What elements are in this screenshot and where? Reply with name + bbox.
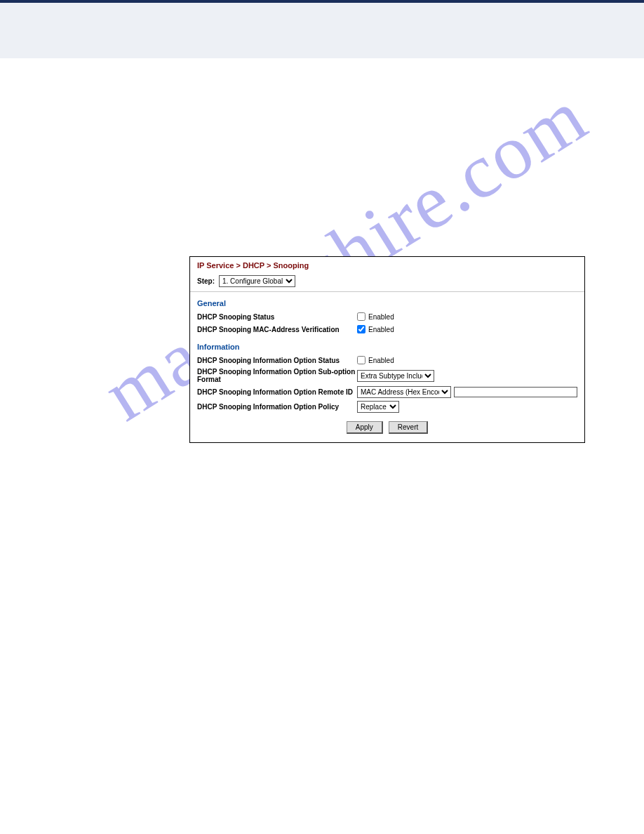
row-snooping-status: DHCP Snooping Status Enabled — [190, 310, 584, 323]
label-snooping-status: DHCP Snooping Status — [197, 313, 357, 321]
dhcp-snooping-panel: IP Service > DHCP > Snooping Step: 1. Co… — [189, 256, 585, 443]
label-remote-id: DHCP Snooping Information Option Remote … — [197, 388, 357, 396]
checkbox-mac-verify[interactable] — [357, 325, 365, 333]
row-info-status: DHCP Snooping Information Option Status … — [190, 354, 584, 366]
checkbox-info-status[interactable] — [357, 356, 365, 364]
label-policy: DHCP Snooping Information Option Policy — [197, 403, 357, 411]
page-header-band — [0, 0, 644, 59]
section-information: Information — [190, 336, 584, 354]
label-subopt-format: DHCP Snooping Information Option Sub-opt… — [197, 368, 357, 383]
select-subopt-format[interactable]: Extra Subtype Included — [357, 370, 434, 382]
select-policy[interactable]: Replace — [357, 401, 399, 413]
apply-button[interactable]: Apply — [347, 421, 383, 434]
revert-button[interactable]: Revert — [389, 421, 428, 434]
checklabel-mac-verify: Enabled — [368, 326, 394, 333]
row-mac-verify: DHCP Snooping MAC-Address Verification E… — [190, 323, 584, 336]
row-policy: DHCP Snooping Information Option Policy … — [190, 399, 584, 414]
step-select[interactable]: 1. Configure Global — [219, 275, 295, 287]
section-general: General — [190, 292, 584, 310]
checkbox-snooping-status[interactable] — [357, 312, 365, 321]
select-remote-id[interactable]: MAC Address (Hex Encoded) — [357, 386, 451, 398]
step-label: Step: — [197, 277, 215, 285]
checklabel-snooping-status: Enabled — [368, 313, 394, 321]
step-row: Step: 1. Configure Global — [190, 272, 584, 292]
row-remote-id: DHCP Snooping Information Option Remote … — [190, 385, 584, 399]
label-mac-verify: DHCP Snooping MAC-Address Verification — [197, 326, 357, 333]
input-remote-id[interactable] — [454, 387, 577, 397]
button-row: Apply Revert — [190, 414, 584, 442]
label-info-status: DHCP Snooping Information Option Status — [197, 357, 357, 364]
checklabel-info-status: Enabled — [368, 357, 394, 364]
breadcrumb: IP Service > DHCP > Snooping — [190, 257, 584, 272]
row-subopt-format: DHCP Snooping Information Option Sub-opt… — [190, 366, 584, 385]
